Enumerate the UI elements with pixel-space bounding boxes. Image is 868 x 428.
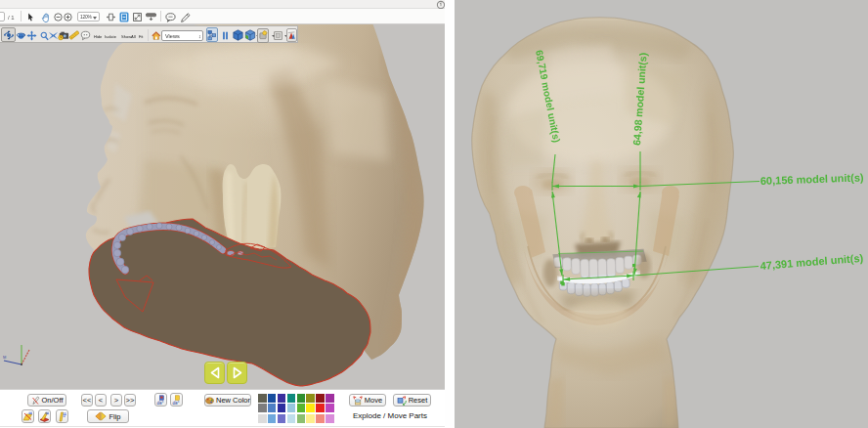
palette-swatch[interactable] — [268, 414, 277, 423]
section-prev-button[interactable] — [204, 362, 225, 384]
hide-button[interactable]: Hide — [94, 34, 102, 38]
palette-swatch[interactable] — [297, 404, 306, 412]
section-last-button[interactable]: >> — [124, 394, 136, 407]
neck-right-shade — [664, 376, 677, 428]
cross-section-button[interactable] — [286, 28, 297, 42]
palette-swatch[interactable] — [306, 394, 315, 403]
comment-3d-icon[interactable] — [80, 30, 91, 41]
isolate-button[interactable]: Isolate — [105, 34, 116, 38]
palette-swatch[interactable] — [326, 414, 334, 423]
new-color-label: New Color — [216, 396, 250, 405]
chevron-down-icon — [93, 17, 97, 20]
fit-page-icon[interactable] — [119, 12, 129, 22]
camera-angle-1-button[interactable]: da° — [154, 393, 167, 407]
show-all-button[interactable]: ShowAll — [121, 34, 136, 38]
separator — [148, 29, 149, 41]
section-plane-y-button[interactable] — [38, 409, 51, 423]
section-onoff-icon — [31, 396, 40, 406]
section-plane-x-icon — [22, 411, 33, 422]
palette-swatch[interactable] — [297, 414, 306, 423]
render-mode-cube-icon[interactable] — [244, 29, 256, 41]
home-view-icon[interactable] — [152, 31, 161, 41]
reset-button[interactable]: Reset — [393, 394, 431, 407]
palette-swatch[interactable] — [268, 404, 277, 412]
palette-swatch[interactable] — [316, 414, 325, 423]
palette-swatch[interactable] — [258, 394, 267, 403]
palette-swatch[interactable] — [287, 404, 296, 412]
head-model-front: 60,156 model unit(s) 47,391 model unit(s… — [455, 0, 868, 428]
scroll-mode-icon[interactable] — [146, 13, 156, 21]
eye-width-label: 60,156 model unit(s) — [760, 171, 864, 187]
palette-swatch[interactable] — [326, 394, 334, 403]
acrobat-window: / 1 120% — [0, 0, 445, 428]
measure-tool-icon[interactable] — [68, 30, 79, 41]
views-dropdown[interactable]: Views↕ — [161, 30, 203, 41]
palette-swatch[interactable] — [258, 414, 267, 423]
next-label: > — [114, 396, 118, 405]
background-color-icon[interactable] — [274, 31, 282, 40]
head-model-sectioned: M — [0, 24, 445, 389]
zoom-level-dropdown[interactable]: 120% — [77, 12, 100, 21]
acrobat-3d-toolbar: Hide Isolate ShowAll Fit Views↕ — [0, 25, 298, 43]
last-label: >> — [126, 396, 135, 405]
zoom-out-icon[interactable] — [54, 13, 63, 21]
onoff-button[interactable]: On/Off — [27, 394, 66, 407]
palette-swatch[interactable] — [306, 414, 315, 423]
palette-icon — [205, 397, 214, 405]
move-button[interactable]: Move — [349, 394, 386, 407]
spin-tool-icon[interactable] — [16, 30, 26, 41]
zoom-level-value: 120% — [80, 14, 92, 19]
fit-button[interactable]: Fit — [139, 34, 143, 38]
model-tree-button[interactable] — [206, 27, 218, 42]
model-tree-icon — [207, 29, 217, 41]
section-controls-bar: On/Off << < > >> da° da° New Color Move … — [0, 389, 445, 428]
rotate-tool-icon — [3, 29, 15, 41]
select-arrow-icon[interactable] — [27, 13, 34, 21]
palette-swatch[interactable] — [278, 394, 286, 403]
rotate-tool-button[interactable] — [1, 27, 16, 42]
section-plane-y-icon — [39, 411, 50, 422]
pause-animation-icon[interactable] — [222, 31, 229, 40]
palette-swatch[interactable] — [287, 414, 296, 423]
section-next-button[interactable] — [227, 362, 247, 384]
palette-swatch[interactable] — [287, 394, 296, 403]
palette-swatch[interactable] — [258, 404, 267, 412]
section-plane-x-button[interactable] — [22, 409, 34, 423]
flip-icon — [95, 411, 107, 421]
comment-bubble-icon[interactable] — [165, 13, 176, 22]
reset-parts-icon — [397, 396, 407, 406]
palette-swatch[interactable] — [306, 404, 315, 412]
palette-swatch[interactable] — [268, 394, 277, 403]
projection-cube-icon[interactable] — [233, 29, 243, 41]
section-plane-z-button[interactable] — [56, 409, 68, 423]
actual-size-icon[interactable] — [133, 13, 142, 21]
fit-width-icon[interactable] — [107, 13, 115, 21]
palette-swatch[interactable] — [316, 394, 325, 403]
palette-swatch[interactable] — [316, 404, 325, 412]
palette-swatch[interactable] — [278, 414, 286, 423]
window-top-strip — [0, 0, 445, 9]
prev-label: < — [99, 396, 103, 405]
camera-angle-2-button[interactable]: da° — [170, 393, 183, 407]
lighting-button[interactable] — [257, 28, 269, 43]
new-color-button[interactable]: New Color — [204, 394, 251, 407]
flip-button[interactable]: Flip — [87, 409, 129, 423]
section-first-button[interactable]: << — [81, 394, 93, 407]
3d-viewport[interactable]: M Hide Isolate ShowAll Fit Views↕ — [0, 24, 445, 389]
axis-label: M — [3, 355, 6, 360]
chin-highlight — [570, 299, 629, 330]
page-number-input[interactable] — [0, 12, 5, 21]
palette-swatch[interactable] — [297, 394, 306, 403]
pan-tool-icon[interactable] — [26, 30, 37, 41]
cross-section-icon — [287, 30, 296, 41]
hand-tool-icon[interactable] — [41, 13, 51, 23]
move-label: Move — [365, 396, 382, 405]
palette-swatch[interactable] — [326, 404, 334, 412]
section-prev-step-button[interactable]: < — [95, 394, 107, 407]
acrobat-main-toolbar: / 1 120% — [0, 9, 445, 24]
zoom-in-icon[interactable] — [64, 13, 72, 21]
section-plane-z-icon — [57, 411, 67, 422]
palette-swatch[interactable] — [278, 404, 286, 412]
fill-sign-pencil-icon[interactable] — [180, 13, 191, 22]
section-next-step-button[interactable]: > — [110, 394, 122, 407]
